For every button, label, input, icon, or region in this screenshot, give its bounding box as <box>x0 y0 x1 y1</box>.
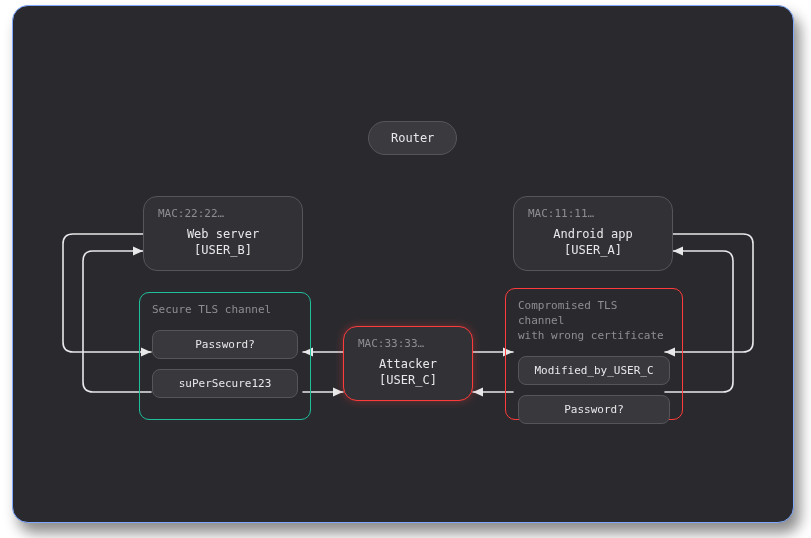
web-server-node: MAC:22:22… Web server [USER_B] <box>143 196 303 271</box>
attacker-title: Attacker [USER_C] <box>358 356 458 388</box>
msg-supersecure: suPerSecure123 <box>152 369 298 398</box>
attacker-mac: MAC:33:33… <box>358 337 458 350</box>
msg-password-q-right: Password? <box>518 395 670 424</box>
router-label: Router <box>391 131 434 145</box>
compromised-channel-label: Compromised TLS channel with wrong certi… <box>518 299 670 344</box>
android-app-mac: MAC:11:11… <box>528 207 658 220</box>
router-node: Router <box>368 121 457 155</box>
compromised-channel: Compromised TLS channel with wrong certi… <box>505 288 683 420</box>
connection-wires <box>13 6 793 522</box>
secure-channel: Secure TLS channel Password? suPerSecure… <box>139 292 311 420</box>
attacker-node: MAC:33:33… Attacker [USER_C] <box>343 326 473 401</box>
msg-password-q-left: Password? <box>152 330 298 359</box>
android-app-title: Android app [USER_A] <box>528 226 658 258</box>
web-server-mac: MAC:22:22… <box>158 207 288 220</box>
web-server-title: Web server [USER_B] <box>158 226 288 258</box>
android-app-node: MAC:11:11… Android app [USER_A] <box>513 196 673 271</box>
msg-modified: Modified_by_USER_C <box>518 356 670 385</box>
secure-channel-label: Secure TLS channel <box>152 303 298 318</box>
